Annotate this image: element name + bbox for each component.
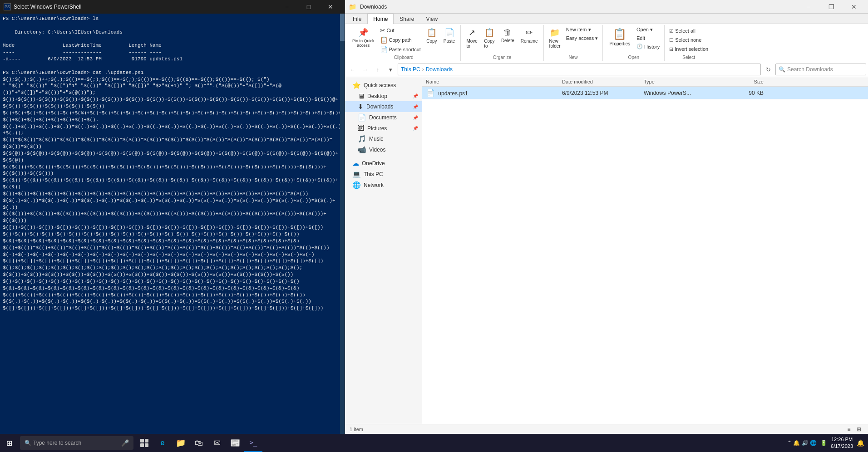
sidebar-item-quick-access[interactable]: ⭐ Quick access (345, 80, 422, 91)
move-label: Moveto (466, 39, 477, 49)
rename-button[interactable]: ✏ Rename (518, 26, 541, 45)
edge-button[interactable]: e (153, 434, 172, 452)
sidebar-item-music[interactable]: 🎵 Music (345, 133, 422, 144)
col-name[interactable]: Name (422, 79, 558, 84)
start-button[interactable]: ⊞ (0, 434, 18, 452)
recent-locations-button[interactable]: ▾ (385, 64, 396, 75)
properties-label: Properties (609, 41, 630, 46)
copy-to-button[interactable]: 📋 Copyto (481, 26, 498, 50)
desktop-pin-icon: 📌 (413, 93, 418, 98)
videos-icon: 📹 (358, 146, 366, 154)
quick-access-icon: ⭐ (352, 81, 361, 89)
powershell-maximize-button[interactable]: □ (298, 0, 319, 14)
powershell-controls: − □ ✕ (276, 0, 341, 14)
paste-shortcut-button[interactable]: 📄 Paste shortcut (378, 45, 423, 54)
paste-button[interactable]: 📄 Paste (441, 26, 458, 45)
notification-icon[interactable]: 🔔 (857, 439, 864, 447)
col-date[interactable]: Date modified (558, 79, 640, 84)
news-button[interactable]: 📰 (226, 434, 244, 452)
open-button[interactable]: Open ▾ (635, 26, 661, 34)
easy-access-button[interactable]: Easy access ▾ (564, 34, 600, 42)
powershell-taskbar-button[interactable]: >_ (244, 434, 262, 452)
copy-to-icon: 📋 (484, 28, 494, 38)
ribbon-group-clipboard: 📌 Pin to Quickaccess ✂ Cut 📋 Copy path (347, 25, 461, 61)
new-folder-icon: 📁 (550, 28, 560, 38)
select-label: Select (667, 54, 710, 60)
file-list-header: Name Date modified Type Size (422, 77, 868, 87)
powershell-minimize-button[interactable]: − (276, 0, 297, 14)
copy-button[interactable]: 📋 Copy (424, 26, 440, 45)
explorer-close-button[interactable]: ✕ (843, 0, 864, 14)
file-row-updates-ps1[interactable]: 📄 updates.ps1 6/9/2023 12:53 PM Windows … (422, 87, 868, 99)
explorer-restore-button[interactable]: ❐ (821, 0, 842, 14)
details-view-button[interactable]: ≡ (844, 425, 853, 433)
new-item-button[interactable]: New item ▾ (564, 26, 600, 34)
large-icons-view-button[interactable]: ⊞ (854, 425, 863, 433)
system-clock[interactable]: 12:26 PM 6/17/2023 (831, 436, 853, 450)
path-item-downloads[interactable]: Downloads (426, 66, 453, 73)
mail-button[interactable]: ✉ (208, 434, 226, 452)
delete-button[interactable]: 🗑 Delete (498, 26, 517, 45)
powershell-scrollbar-thumb[interactable] (340, 14, 345, 41)
pin-quick-access-button[interactable]: 📌 Pin to Quickaccess (350, 26, 377, 49)
delete-icon: 🗑 (503, 28, 512, 37)
pictures-icon: 🖼 (358, 124, 365, 132)
file-icon-ps1: 📄 (426, 89, 435, 97)
select-all-button[interactable]: ☑ Select all (667, 27, 710, 35)
select-none-button[interactable]: ☐ Select none (667, 36, 710, 44)
edit-button[interactable]: Edit (635, 34, 661, 42)
search-box[interactable]: 🔍 Search Downloads (775, 64, 866, 75)
invert-selection-button[interactable]: ⊟ Invert selection (667, 45, 710, 53)
videos-label: Videos (369, 147, 385, 153)
file-type-updates: Windows PowerS... (640, 90, 722, 96)
sidebar-item-pictures[interactable]: 🖼 Pictures 📌 (345, 123, 422, 133)
search-bar[interactable]: 🔍 Type here to search 🎤 (20, 436, 133, 450)
explorer-minimize-button[interactable]: − (798, 0, 819, 14)
copy-path-button[interactable]: 📋 Copy path (378, 35, 423, 44)
sidebar-item-desktop[interactable]: 🖥 Desktop 📌 (345, 91, 422, 101)
sidebar-item-onedrive[interactable]: ☁ OneDrive (345, 158, 422, 169)
file-explorer-taskbar-icon: 📁 (176, 438, 186, 448)
back-button[interactable]: ← (347, 64, 358, 75)
refresh-button[interactable]: ↻ (763, 64, 774, 75)
powershell-content[interactable]: PS C:\Users\IEUser\Downloads> ls Directo… (0, 14, 345, 434)
store-button[interactable]: 🛍 (190, 434, 208, 452)
news-icon: 📰 (230, 438, 240, 448)
clipboard-buttons: 📌 Pin to Quickaccess ✂ Cut 📋 Copy path (350, 26, 458, 54)
thispc-icon: 💻 (352, 170, 361, 178)
history-icon: 🕐 (636, 44, 643, 49)
sidebar-item-documents[interactable]: 📄 Documents 📌 (345, 112, 422, 123)
new-folder-button[interactable]: 📁 Newfolder (547, 26, 563, 50)
sidebar-item-thispc[interactable]: 💻 This PC (345, 169, 422, 180)
forward-button[interactable]: → (360, 64, 370, 75)
new-folder-label: Newfolder (549, 39, 561, 49)
tab-view[interactable]: View (420, 14, 444, 24)
properties-button[interactable]: 📋 Properties (606, 26, 634, 48)
address-path[interactable]: This PC › Downloads (398, 64, 761, 75)
history-button[interactable]: 🕐 History (635, 43, 661, 50)
move-to-button[interactable]: ↗ Moveto (464, 26, 480, 50)
up-button[interactable]: ↑ (372, 64, 383, 75)
file-explorer-taskbar-button[interactable]: 📁 (172, 434, 190, 452)
col-size[interactable]: Size (722, 79, 767, 84)
new-label: New (547, 54, 600, 60)
tab-home[interactable]: Home (367, 14, 394, 24)
sidebar-item-downloads[interactable]: ⬇ Downloads 📌 (345, 101, 422, 112)
copy-label: Copy (426, 39, 437, 44)
copy-path-label: Copy path (389, 37, 412, 43)
paste-label: Paste (444, 39, 455, 44)
sidebar-item-videos[interactable]: 📹 Videos (345, 144, 422, 155)
cut-button[interactable]: ✂ Cut (378, 26, 423, 35)
tab-share[interactable]: Share (394, 14, 420, 24)
task-view-button[interactable] (135, 434, 153, 452)
path-item-thispc[interactable]: This PC (401, 66, 420, 73)
search-bar-icon: 🔍 (25, 440, 31, 446)
invert-selection-icon: ⊟ (669, 46, 673, 52)
cut-label: Cut (387, 28, 395, 33)
col-type[interactable]: Type (640, 79, 722, 84)
tab-file[interactable]: File (347, 14, 367, 24)
powershell-scrollbar[interactable] (340, 14, 345, 434)
powershell-close-button[interactable]: ✕ (320, 0, 341, 14)
sidebar-item-network[interactable]: 🌐 Network (345, 180, 422, 191)
documents-label: Documents (369, 114, 397, 121)
